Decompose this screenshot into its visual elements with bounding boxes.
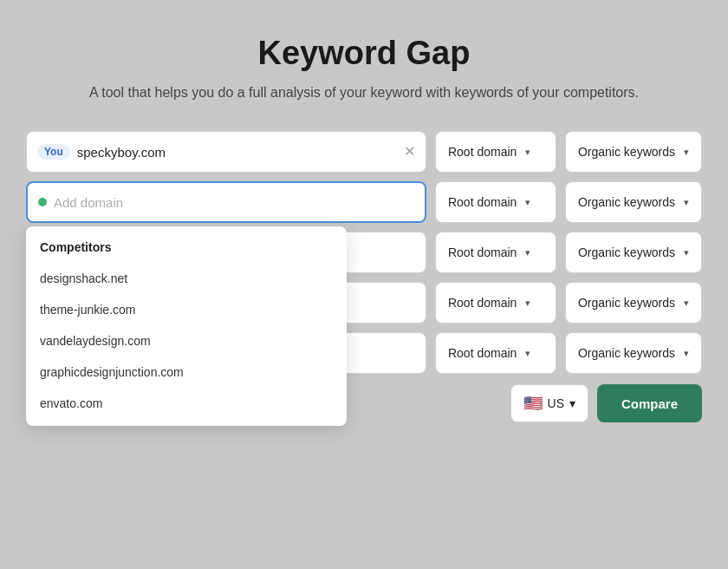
competitor-item-5[interactable]: envato.com xyxy=(26,388,347,419)
you-domain-input[interactable]: You speckyboy.com ✕ xyxy=(26,131,426,173)
page-subtitle: A tool that helps you do a full analysis… xyxy=(89,82,639,103)
chevron-down-icon-1: ▾ xyxy=(525,147,530,158)
chevron-down-icon-10: ▾ xyxy=(684,348,689,359)
root-domain-label-2: Root domain xyxy=(448,195,517,209)
organic-keywords-select-5[interactable]: Organic keywords ▾ xyxy=(565,332,702,374)
root-domain-select-2[interactable]: Root domain ▾ xyxy=(435,181,556,223)
root-domain-select-4[interactable]: Root domain ▾ xyxy=(435,282,556,324)
root-domain-label-5: Root domain xyxy=(448,346,517,360)
organic-keywords-select-1[interactable]: Organic keywords ▾ xyxy=(565,131,702,173)
competitor-item-3[interactable]: vandelaydesign.com xyxy=(26,325,347,356)
chevron-down-icon-9: ▾ xyxy=(525,348,530,359)
clear-button[interactable]: ✕ xyxy=(404,145,415,159)
organic-keywords-label-3: Organic keywords xyxy=(578,245,675,259)
chevron-down-icon-7: ▾ xyxy=(525,298,530,309)
root-domain-select-1[interactable]: Root domain ▾ xyxy=(435,131,556,173)
organic-keywords-label-1: Organic keywords xyxy=(578,145,675,159)
chevron-down-icon-5: ▾ xyxy=(525,247,530,258)
organic-keywords-select-4[interactable]: Organic keywords ▾ xyxy=(565,282,702,324)
organic-keywords-label-5: Organic keywords xyxy=(578,346,675,360)
root-domain-select-5[interactable]: Root domain ▾ xyxy=(435,332,556,374)
page-container: Keyword Gap A tool that helps you do a f… xyxy=(0,0,728,569)
you-domain-wrapper: You speckyboy.com ✕ xyxy=(26,131,426,173)
domain-value: speckyboy.com xyxy=(77,145,397,160)
flag-icon: 🇺🇸 xyxy=(523,394,543,413)
organic-keywords-label-2: Organic keywords xyxy=(578,195,675,209)
row-2: Add domain Competitors designshack.net t… xyxy=(26,181,702,223)
add-domain-wrapper: Add domain Competitors designshack.net t… xyxy=(26,181,426,223)
root-domain-label-3: Root domain xyxy=(448,245,517,259)
locale-selector[interactable]: 🇺🇸 US ▾ xyxy=(510,384,588,422)
chevron-down-icon-4: ▾ xyxy=(684,197,689,208)
tool-area: You speckyboy.com ✕ Root domain ▾ Organi… xyxy=(26,131,702,422)
competitor-item-4[interactable]: graphicdesignjunction.com xyxy=(26,356,347,388)
organic-keywords-label-4: Organic keywords xyxy=(578,296,675,310)
add-domain-placeholder: Add domain xyxy=(54,195,123,210)
chevron-down-icon-8: ▾ xyxy=(684,298,689,309)
locale-code: US xyxy=(548,396,564,410)
root-domain-select-3[interactable]: Root domain ▾ xyxy=(435,232,556,273)
organic-keywords-select-3[interactable]: Organic keywords ▾ xyxy=(565,232,702,273)
root-domain-label-1: Root domain xyxy=(448,145,517,159)
you-badge: You xyxy=(37,144,70,160)
autocomplete-dropdown: Competitors designshack.net theme-junkie… xyxy=(26,226,347,426)
organic-keywords-select-2[interactable]: Organic keywords ▾ xyxy=(565,181,702,223)
competitor-item-2[interactable]: theme-junkie.com xyxy=(26,294,347,325)
compare-button[interactable]: Compare xyxy=(597,384,702,422)
locale-chevron-icon: ▾ xyxy=(569,396,575,410)
page-title: Keyword Gap xyxy=(258,35,471,72)
root-domain-label-4: Root domain xyxy=(448,296,517,310)
competitors-section-label: Competitors xyxy=(26,240,347,263)
chevron-down-icon-2: ▾ xyxy=(684,147,689,158)
rows-container: You speckyboy.com ✕ Root domain ▾ Organi… xyxy=(26,131,702,374)
green-dot-icon xyxy=(38,198,47,206)
chevron-down-icon-3: ▾ xyxy=(525,197,530,208)
row-1: You speckyboy.com ✕ Root domain ▾ Organi… xyxy=(26,131,702,173)
chevron-down-icon-6: ▾ xyxy=(684,247,689,258)
add-domain-input[interactable]: Add domain xyxy=(26,181,426,223)
competitor-item-1[interactable]: designshack.net xyxy=(26,263,347,294)
